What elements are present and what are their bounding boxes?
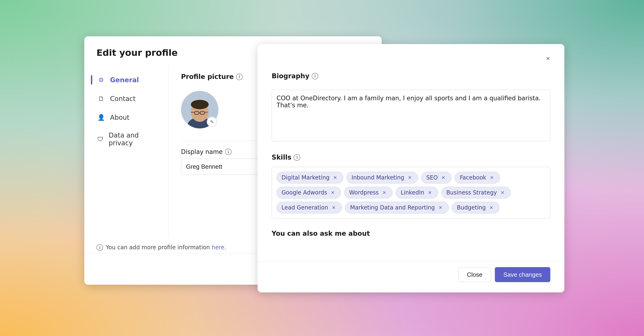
skill-remove-business-strategy[interactable]: ✕ bbox=[499, 189, 506, 196]
bio-close-icon[interactable]: × bbox=[542, 53, 554, 65]
bio-dialog-footer: Close Save changes bbox=[258, 261, 564, 292]
sidebar-item-data-privacy[interactable]: 🛡 Data and privacy bbox=[92, 127, 161, 151]
sidebar-item-contact[interactable]: 🗋 Contact bbox=[92, 90, 161, 108]
skills-section: Skills i Digital Marketing ✕ Inbound Mar… bbox=[272, 153, 550, 218]
edit-picture-button[interactable]: ✎ bbox=[207, 117, 217, 127]
skill-tag-label: Digital Marketing bbox=[282, 174, 330, 181]
skill-tag-lead-generation: Lead Generation ✕ bbox=[276, 202, 342, 213]
biography-section: Biography i COO at OneDirectory. I am a … bbox=[272, 65, 550, 142]
person-icon: 👤 bbox=[96, 113, 106, 122]
skill-tag-label: Marketing Data and Reporting bbox=[350, 204, 435, 211]
profile-picture-wrapper: ✎ bbox=[181, 91, 218, 128]
skill-remove-seo[interactable]: ✕ bbox=[440, 174, 446, 181]
footer-info-text: You can add more profile information her… bbox=[106, 244, 226, 251]
skills-title: Skills i bbox=[272, 153, 550, 161]
ask-me-section: You can also ask me about bbox=[272, 230, 550, 237]
pencil-icon: ✎ bbox=[210, 119, 214, 125]
biography-textarea[interactable]: COO at OneDirectory. I am a family man, … bbox=[272, 90, 550, 141]
skill-remove-google-adwords[interactable]: ✕ bbox=[330, 189, 336, 196]
bio-dialog-header: × bbox=[258, 44, 564, 65]
skill-remove-digital-marketing[interactable]: ✕ bbox=[332, 174, 338, 181]
skill-remove-lead-generation[interactable]: ✕ bbox=[330, 204, 337, 211]
gear-icon: ⚙️ bbox=[96, 75, 106, 85]
biography-title: Biography i bbox=[272, 72, 550, 80]
ask-me-title: You can also ask me about bbox=[272, 230, 550, 237]
skill-tag-budgeting: Budgeting ✕ bbox=[452, 202, 500, 213]
shield-icon: 🛡 bbox=[96, 135, 104, 144]
skill-tag-label: Budgeting bbox=[457, 204, 486, 211]
svg-point-4 bbox=[191, 100, 209, 109]
skill-remove-budgeting[interactable]: ✕ bbox=[488, 204, 494, 211]
skill-tag-label: Facebook bbox=[460, 174, 486, 181]
footer-info-icon: i bbox=[96, 244, 103, 251]
skill-tag-label: Business Strategy bbox=[446, 189, 497, 196]
sidebar-item-label: Data and privacy bbox=[109, 131, 156, 147]
skill-tag-seo: SEO ✕ bbox=[421, 172, 452, 183]
skill-tag-label: Lead Generation bbox=[282, 204, 328, 211]
skill-remove-facebook[interactable]: ✕ bbox=[488, 174, 495, 181]
contact-icon: 🗋 bbox=[96, 94, 106, 103]
skill-remove-linkedin[interactable]: ✕ bbox=[427, 189, 433, 196]
sidebar-item-about[interactable]: 👤 About bbox=[92, 109, 161, 126]
bio-close-button[interactable]: Close bbox=[458, 267, 491, 282]
display-name-info-icon[interactable]: i bbox=[225, 149, 232, 155]
skill-tag-inbound-marketing: Inbound Marketing ✕ bbox=[346, 172, 418, 183]
skills-box: Digital Marketing ✕ Inbound Marketing ✕ … bbox=[272, 167, 550, 218]
skills-info-icon[interactable]: i bbox=[294, 154, 300, 161]
skill-tag-label: Wordpress bbox=[349, 189, 379, 196]
bio-dialog-content: Biography i COO at OneDirectory. I am a … bbox=[258, 65, 564, 261]
skill-tag-google-adwords: Google Adwords ✕ bbox=[276, 187, 341, 198]
skill-tag-label: SEO bbox=[426, 174, 438, 181]
skill-tag-label: Google Adwords bbox=[282, 189, 327, 196]
sidebar-item-label: About bbox=[110, 114, 130, 121]
skill-tag-label: Inbound Marketing bbox=[352, 174, 404, 181]
bio-save-changes-button[interactable]: Save changes bbox=[495, 267, 550, 282]
skill-tag-digital-marketing: Digital Marketing ✕ bbox=[276, 172, 343, 183]
skill-tag-linkedin: LinkedIn ✕ bbox=[396, 187, 438, 198]
biography-info-icon[interactable]: i bbox=[312, 73, 318, 79]
skill-tag-business-strategy: Business Strategy ✕ bbox=[442, 187, 511, 198]
sidebar-nav: ⚙️ General 🗋 Contact 👤 About 🛡 Data and … bbox=[84, 65, 168, 238]
profile-picture-info-icon[interactable]: i bbox=[236, 74, 242, 80]
sidebar-item-label: General bbox=[110, 76, 139, 84]
sidebar-item-label: Contact bbox=[110, 95, 136, 103]
skill-remove-inbound-marketing[interactable]: ✕ bbox=[406, 174, 413, 181]
skill-tag-facebook: Facebook ✕ bbox=[455, 172, 500, 183]
sidebar-item-general[interactable]: ⚙️ General bbox=[92, 71, 161, 89]
bio-skills-dialog: × Biography i COO at OneDirectory. I am … bbox=[258, 44, 564, 292]
dialog-title: Edit your profile bbox=[96, 48, 178, 58]
skill-remove-marketing-data[interactable]: ✕ bbox=[437, 204, 444, 211]
skill-tag-marketing-data: Marketing Data and Reporting ✕ bbox=[345, 202, 449, 213]
skill-tag-label: LinkedIn bbox=[401, 189, 424, 196]
footer-info-link[interactable]: here. bbox=[212, 244, 226, 251]
skill-remove-wordpress[interactable]: ✕ bbox=[381, 189, 388, 196]
skill-tag-wordpress: Wordpress ✕ bbox=[344, 187, 392, 198]
